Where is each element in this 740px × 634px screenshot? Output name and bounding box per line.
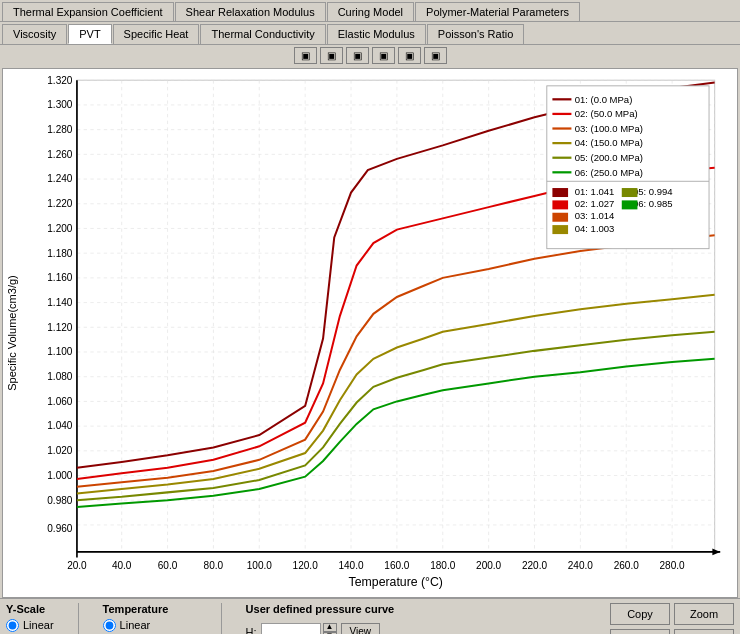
toolbar-btn-1[interactable]: ▣ [294,47,317,64]
svg-text:1.020: 1.020 [47,445,73,456]
toolbar-btn-5[interactable]: ▣ [398,47,421,64]
svg-text:06: 0.985: 06: 0.985 [633,198,673,209]
svg-text:1.240: 1.240 [47,173,73,184]
svg-text:1.160: 1.160 [47,272,73,283]
svg-text:120.0: 120.0 [293,560,319,571]
bottom-controls: Y-Scale Linear Log Temperature Linear [0,598,740,634]
yscale-group: Y-Scale Linear Log [6,603,54,634]
pressure-h-arrows: ▲ ▼ [323,623,337,634]
svg-text:1.140: 1.140 [47,297,73,308]
svg-text:0.960: 0.960 [47,523,73,534]
svg-text:40.0: 40.0 [112,560,132,571]
svg-rect-95 [622,188,638,197]
yscale-label: Y-Scale [6,603,54,615]
pressure-h-spinbox: 250(MPa) ▲ ▼ [261,623,337,634]
svg-text:1.100: 1.100 [47,346,73,357]
svg-text:1.060: 1.060 [47,396,73,407]
svg-text:140.0: 140.0 [338,560,364,571]
right-buttons: Copy Zoom Save Pan Print Reset OK Cancel [610,603,734,634]
svg-text:100.0: 100.0 [247,560,273,571]
chart-wrapper: Specific Volume(cm3/g) [2,68,738,598]
svg-text:04: 1.003: 04: 1.003 [575,223,615,234]
svg-text:200.0: 200.0 [476,560,502,571]
svg-text:1.000: 1.000 [47,470,73,481]
plot-toolbar: ▣ ▣ ▣ ▣ ▣ ▣ [0,45,740,66]
svg-rect-91 [552,213,568,222]
pressure-h-input[interactable]: 250(MPa) [261,623,321,634]
temperature-group: Temperature Linear Log H: 285(°C) ▲ ▼ [103,603,197,634]
svg-text:80.0: 80.0 [204,560,224,571]
svg-text:180.0: 180.0 [430,560,456,571]
tab-viscosity[interactable]: Viscosity [2,24,67,44]
svg-text:280.0: 280.0 [660,560,686,571]
pressure-curve-group: User defined pressure curve H: 250(MPa) … [246,603,395,634]
tab-curing-model[interactable]: Curing Model [327,2,414,21]
svg-text:60.0: 60.0 [158,560,178,571]
svg-text:03: 1.014: 03: 1.014 [575,210,615,221]
svg-text:1.080: 1.080 [47,371,73,382]
svg-text:1.220: 1.220 [47,198,73,209]
tab-thermal-expansion[interactable]: Thermal Expansion Coefficient [2,2,174,21]
svg-text:Temperature (°C): Temperature (°C) [349,575,443,589]
svg-text:1.300: 1.300 [47,99,73,110]
pressure-curve-label: User defined pressure curve [246,603,395,615]
pressure-h-prefix: H: [246,626,257,634]
right-btn-row-2: Save Pan [610,629,734,634]
tab-specific-heat[interactable]: Specific Heat [113,24,200,44]
tab-polymer-material[interactable]: Polymer-Material Parameters [415,2,580,21]
toolbar-btn-6[interactable]: ▣ [424,47,447,64]
svg-text:1.280: 1.280 [47,124,73,135]
svg-text:20.0: 20.0 [67,560,87,571]
yscale-linear-radio[interactable] [6,619,19,632]
toolbar-btn-4[interactable]: ▣ [372,47,395,64]
zoom-button[interactable]: Zoom [674,603,734,625]
svg-text:05: 0.994: 05: 0.994 [633,186,673,197]
svg-text:1.260: 1.260 [47,149,73,160]
svg-text:05: (200.0 MPa): 05: (200.0 MPa) [575,152,643,163]
tab-elastic-modulus[interactable]: Elastic Modulus [327,24,426,44]
chart-area: 1.320 1.300 1.280 1.260 1.240 1.220 1.20… [21,69,737,597]
temp-linear[interactable]: Linear [103,619,197,632]
tab-shear-relaxation[interactable]: Shear Relaxation Modulus [175,2,326,21]
svg-text:160.0: 160.0 [384,560,410,571]
temperature-label: Temperature [103,603,197,615]
save-button[interactable]: Save [610,629,670,634]
separator-1 [78,603,79,634]
tab-poissons-ratio[interactable]: Poisson's Ratio [427,24,524,44]
view-button[interactable]: View [341,623,381,634]
yscale-linear-label: Linear [23,619,54,631]
temp-linear-label: Linear [120,619,151,631]
svg-text:1.180: 1.180 [47,248,73,259]
yscale-linear[interactable]: Linear [6,619,54,632]
pan-button[interactable]: Pan [674,629,734,634]
svg-text:1.320: 1.320 [47,75,73,86]
svg-rect-87 [552,188,568,197]
separator-2 [221,603,222,634]
svg-text:02: (50.0 MPa): 02: (50.0 MPa) [575,108,638,119]
svg-text:01: (0.0 MPa): 01: (0.0 MPa) [575,94,633,105]
svg-text:06: (250.0 MPa): 06: (250.0 MPa) [575,167,643,178]
svg-text:1.120: 1.120 [47,322,73,333]
svg-text:0.980: 0.980 [47,495,73,506]
svg-marker-37 [712,549,720,556]
svg-text:01: 1.041: 01: 1.041 [575,186,615,197]
svg-rect-89 [552,200,568,209]
y-axis-label: Specific Volume(cm3/g) [3,69,21,597]
svg-text:1.200: 1.200 [47,223,73,234]
svg-text:220.0: 220.0 [522,560,548,571]
tab-thermal-conductivity[interactable]: Thermal Conductivity [200,24,325,44]
toolbar-btn-2[interactable]: ▣ [320,47,343,64]
toolbar-btn-3[interactable]: ▣ [346,47,369,64]
temp-linear-radio[interactable] [103,619,116,632]
svg-text:04: (150.0 MPa): 04: (150.0 MPa) [575,137,643,148]
tab-pvt[interactable]: PVT [68,24,111,44]
tab-row-1: Thermal Expansion Coefficient Shear Rela… [0,0,740,22]
chart-svg: 1.320 1.300 1.280 1.260 1.240 1.220 1.20… [21,69,737,597]
copy-button[interactable]: Copy [610,603,670,625]
svg-rect-97 [622,200,638,209]
svg-text:260.0: 260.0 [614,560,640,571]
svg-text:1.040: 1.040 [47,420,73,431]
svg-text:02: 1.027: 02: 1.027 [575,198,615,209]
svg-text:240.0: 240.0 [568,560,594,571]
svg-rect-93 [552,225,568,234]
